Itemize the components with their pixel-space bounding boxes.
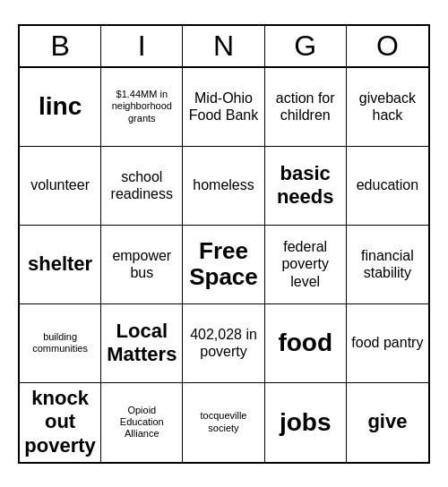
cell-text-10: shelter — [28, 252, 92, 276]
bingo-cell-21: Opioid Education Alliance — [101, 383, 183, 462]
bingo-cell-3: action for children — [265, 68, 347, 147]
bingo-cell-8: basic needs — [265, 147, 347, 226]
cell-text-5: volunteer — [30, 176, 90, 193]
cell-text-1: $1.44MM in neighborhood grants — [105, 89, 178, 124]
cell-text-21: Opioid Education Alliance — [105, 405, 178, 440]
bingo-cell-16: Local Matters — [101, 304, 183, 383]
bingo-cell-10: shelter — [20, 226, 101, 304]
cell-text-8: basic needs — [269, 162, 342, 209]
cell-text-2: Mid-Ohio Food Bank — [186, 90, 260, 124]
cell-text-20: knock out poverty — [23, 387, 97, 457]
cell-text-11: empower bus — [105, 247, 178, 281]
bingo-cell-0: linc — [20, 68, 101, 147]
bingo-cell-24: give — [347, 383, 428, 462]
bingo-cell-4: giveback hack — [347, 68, 428, 147]
bingo-cell-19: food pantry — [347, 304, 428, 383]
bingo-grid: linc$1.44MM in neighborhood grantsMid-Oh… — [20, 68, 428, 462]
cell-text-16: Local Matters — [105, 320, 178, 367]
header-letter-n: N — [183, 26, 264, 66]
bingo-cell-1: $1.44MM in neighborhood grants — [101, 68, 183, 147]
bingo-cell-11: empower bus — [101, 226, 183, 304]
cell-text-6: school readiness — [105, 168, 178, 202]
bingo-cell-12: Free Space — [183, 226, 264, 304]
cell-text-9: education — [357, 176, 418, 193]
bingo-header: BINGO — [20, 26, 428, 68]
bingo-cell-20: knock out poverty — [20, 383, 101, 462]
cell-text-3: action for children — [269, 90, 342, 124]
header-letter-b: B — [20, 26, 101, 66]
cell-text-23: jobs — [280, 407, 332, 438]
cell-text-0: linc — [39, 91, 82, 122]
header-letter-o: O — [347, 26, 428, 66]
cell-text-15: building communities — [23, 331, 97, 355]
cell-text-24: give — [367, 410, 407, 433]
bingo-cell-17: 402,028 in poverty — [183, 304, 264, 383]
cell-text-22: tocqueville society — [186, 410, 260, 433]
bingo-cell-22: tocqueville society — [183, 383, 264, 462]
cell-text-13: federal poverty level — [269, 238, 342, 290]
bingo-cell-2: Mid-Ohio Food Bank — [183, 68, 264, 147]
cell-text-12: Free Space — [186, 238, 260, 289]
bingo-cell-9: education — [347, 147, 428, 226]
header-letter-g: G — [265, 26, 347, 66]
bingo-cell-5: volunteer — [20, 147, 101, 226]
bingo-cell-7: homeless — [183, 147, 264, 226]
bingo-cell-6: school readiness — [101, 147, 183, 226]
bingo-card: BINGO linc$1.44MM in neighborhood grants… — [18, 24, 430, 464]
cell-text-4: giveback hack — [350, 90, 425, 124]
header-letter-i: I — [101, 26, 183, 66]
bingo-cell-15: building communities — [20, 304, 101, 383]
bingo-cell-18: food — [265, 304, 347, 383]
cell-text-19: food pantry — [351, 334, 423, 351]
cell-text-7: homeless — [193, 176, 254, 193]
bingo-cell-14: financial stability — [347, 226, 428, 304]
cell-text-14: financial stability — [350, 247, 425, 281]
bingo-cell-23: jobs — [265, 383, 347, 462]
cell-text-18: food — [278, 328, 332, 358]
bingo-cell-13: federal poverty level — [265, 226, 347, 304]
cell-text-17: 402,028 in poverty — [186, 326, 260, 360]
